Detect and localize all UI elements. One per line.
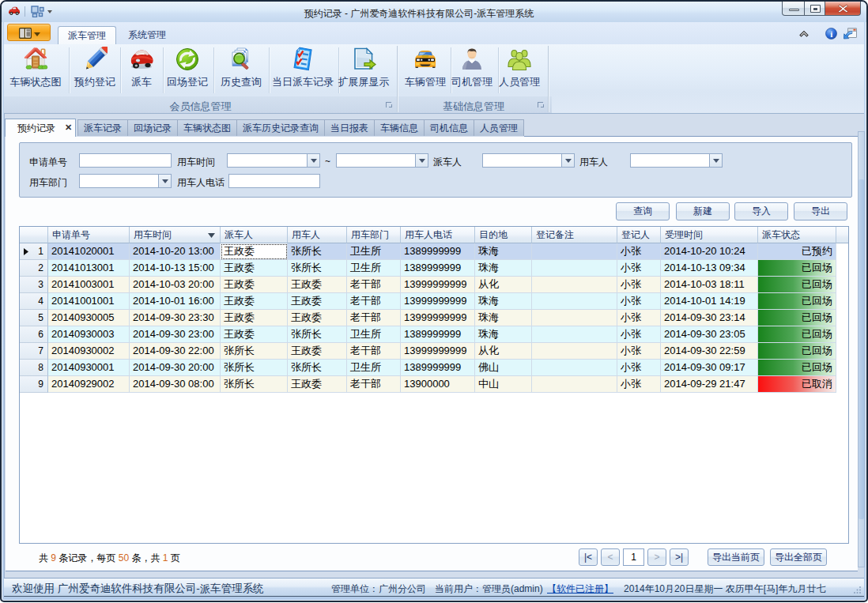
svg-text:i: i	[830, 29, 832, 39]
